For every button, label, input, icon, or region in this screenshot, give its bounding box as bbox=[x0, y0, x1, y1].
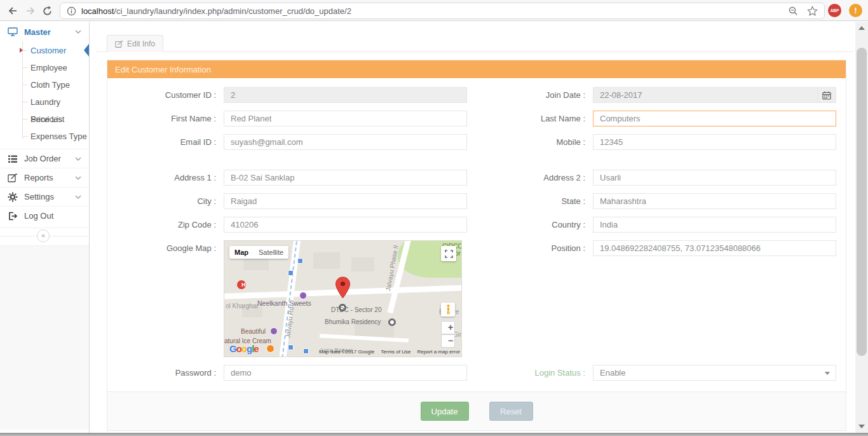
sidebar-item-job-order[interactable]: Job Order bbox=[0, 149, 89, 168]
map-type-map-button[interactable]: Map bbox=[229, 246, 254, 259]
sidebar-item-label: Employee bbox=[31, 63, 67, 72]
field-mobile: Mobile : bbox=[486, 134, 836, 150]
adblock-plus-icon[interactable]: ABP bbox=[828, 4, 841, 17]
sidebar-item-master[interactable]: Master bbox=[0, 22, 89, 42]
google-map-widget[interactable]: H bbox=[224, 240, 462, 357]
edit-customer-panel: Edit Customer Information Customer ID : … bbox=[107, 60, 846, 431]
field-country: Country : bbox=[486, 217, 836, 233]
tab-edit-info[interactable]: Edit Info bbox=[107, 35, 163, 52]
sidebar-item-cloth-type[interactable]: Cloth Type bbox=[0, 76, 89, 93]
sidebar-item-label: Cloth Type bbox=[31, 80, 70, 90]
sidebar-item-label: Expenses Type bbox=[31, 132, 87, 141]
url-bar[interactable]: localhost/ci_laundry/laundry/index.php/a… bbox=[60, 3, 825, 19]
pegman-icon[interactable] bbox=[441, 303, 455, 317]
address2-label: Address 2 : bbox=[486, 173, 593, 182]
sign-out-icon bbox=[8, 211, 18, 221]
join-date-input[interactable] bbox=[593, 87, 817, 103]
info-icon[interactable] bbox=[67, 6, 76, 16]
form-left-column: Customer ID : First Name : Email ID : bbox=[117, 87, 467, 388]
bookmark-star-icon[interactable] bbox=[807, 6, 818, 17]
pencil-square-icon bbox=[8, 173, 18, 183]
city-input[interactable] bbox=[224, 193, 467, 209]
sweets-poi-icon bbox=[299, 292, 307, 299]
abp-label: ABP bbox=[831, 8, 839, 13]
field-password: Password : bbox=[117, 365, 467, 381]
reload-icon[interactable] bbox=[39, 3, 55, 18]
position-input[interactable] bbox=[593, 240, 836, 256]
map-type-satellite-button[interactable]: Satellite bbox=[254, 246, 288, 259]
residency-poi-icon bbox=[388, 318, 396, 326]
sidebar-item-customer[interactable]: Customer bbox=[0, 42, 89, 59]
transit-icon bbox=[303, 348, 309, 354]
scrollbar-thumb[interactable] bbox=[857, 48, 867, 356]
sidebar-item-label: Price List bbox=[31, 114, 64, 124]
terms-of-use-link[interactable]: Terms of Use bbox=[381, 349, 410, 355]
update-button[interactable]: Update bbox=[421, 402, 469, 421]
sidebar-item-log-out[interactable]: Log Out bbox=[0, 206, 89, 225]
scroll-down-icon[interactable] bbox=[858, 425, 865, 428]
chevron-down-icon bbox=[75, 194, 81, 200]
zip-input[interactable] bbox=[224, 217, 467, 233]
scroll-up-icon[interactable] bbox=[858, 26, 865, 30]
sidebar-item-settings[interactable]: Settings bbox=[0, 187, 89, 206]
active-pointer-icon bbox=[84, 44, 89, 57]
sidebar: Master Customer Employee Cloth Type Laun… bbox=[0, 22, 90, 433]
tab-bar: Edit Info bbox=[97, 35, 853, 52]
sidebar-item-employee[interactable]: Employee bbox=[0, 59, 89, 76]
sidebar-item-laundry-services[interactable]: Laundry Services bbox=[0, 93, 89, 111]
sidebar-item-reports[interactable]: Reports bbox=[0, 168, 89, 187]
mobile-input[interactable] bbox=[593, 134, 836, 150]
first-name-label: First Name : bbox=[117, 114, 224, 123]
chevron-down-icon bbox=[75, 29, 81, 34]
sidebar-section-label: Job Order bbox=[24, 154, 61, 163]
back-icon[interactable] bbox=[5, 3, 20, 18]
forward-icon[interactable] bbox=[23, 3, 38, 18]
monitor-icon bbox=[8, 27, 18, 37]
gear-icon bbox=[8, 192, 18, 202]
city-label: City : bbox=[117, 196, 224, 206]
sidebar-collapse-button[interactable]: « bbox=[37, 229, 50, 242]
email-input[interactable] bbox=[224, 134, 467, 150]
transit-icon bbox=[288, 344, 294, 350]
transit-icon bbox=[297, 258, 303, 264]
field-state: State : bbox=[486, 193, 836, 209]
fullscreen-icon[interactable] bbox=[441, 246, 456, 261]
field-position: Position : bbox=[486, 240, 836, 256]
url-text: localhost/ci_laundry/laundry/index.php/a… bbox=[81, 6, 788, 16]
field-customer-id: Customer ID : bbox=[117, 87, 467, 103]
panel-title: Edit Customer Information bbox=[115, 65, 211, 74]
country-input[interactable] bbox=[593, 217, 836, 233]
address2-input[interactable] bbox=[593, 170, 836, 186]
vertical-scrollbar[interactable] bbox=[855, 22, 868, 433]
last-name-input[interactable] bbox=[593, 111, 836, 126]
address1-input[interactable] bbox=[224, 170, 467, 186]
sidebar-item-price-list[interactable]: Price List bbox=[0, 111, 89, 128]
pencil-icon bbox=[115, 40, 123, 48]
map-zoom-out-button[interactable]: − bbox=[441, 334, 455, 348]
field-last-name: Last Name : bbox=[486, 111, 836, 126]
sidebar-master-label: Master bbox=[24, 27, 51, 37]
profile-avatar[interactable]: ! bbox=[849, 4, 862, 17]
select-caret-icon bbox=[825, 372, 830, 375]
map-zoom-in-button[interactable]: + bbox=[441, 321, 455, 334]
chevron-down-icon bbox=[75, 156, 81, 161]
sidebar-submenu-master: Customer Employee Cloth Type Laundry Ser… bbox=[0, 42, 89, 145]
first-name-input[interactable] bbox=[224, 111, 467, 126]
login-status-select[interactable]: Enable bbox=[593, 365, 836, 381]
field-address2: Address 2 : bbox=[486, 170, 836, 186]
report-map-error-link[interactable]: Report a map error bbox=[417, 349, 460, 355]
panel-body: Customer ID : First Name : Email ID : bbox=[107, 78, 846, 393]
join-date-label: Join Date : bbox=[486, 90, 593, 100]
list-icon bbox=[8, 154, 18, 164]
map-building bbox=[313, 252, 340, 269]
sidebar-footer bbox=[0, 245, 89, 430]
customer-form: Customer ID : First Name : Email ID : bbox=[117, 87, 836, 388]
transit-icon bbox=[288, 270, 294, 276]
password-input[interactable] bbox=[224, 365, 467, 381]
state-input[interactable] bbox=[593, 193, 836, 209]
calendar-button[interactable] bbox=[817, 87, 836, 103]
sidebar-item-expenses-type[interactable]: Expenses Type bbox=[0, 128, 89, 145]
reset-button[interactable]: Reset bbox=[489, 402, 533, 421]
customer-id-input[interactable] bbox=[224, 87, 467, 103]
zoom-icon[interactable] bbox=[788, 6, 798, 16]
